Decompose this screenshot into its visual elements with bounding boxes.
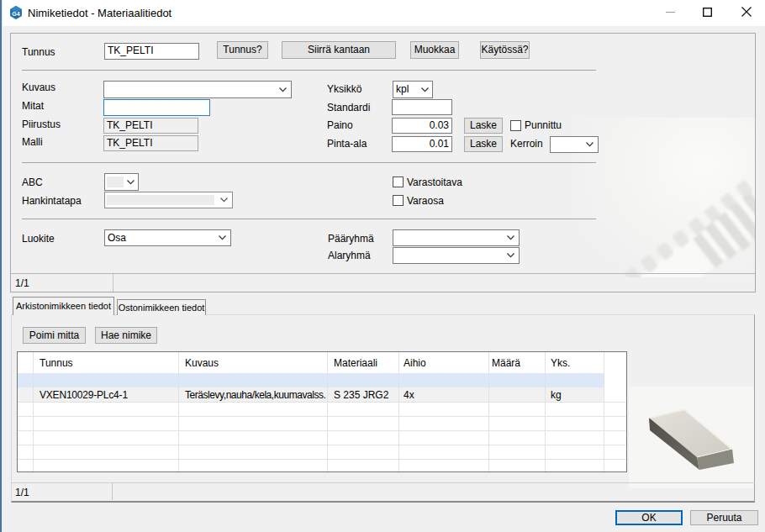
svg-text:G4: G4 <box>12 11 19 17</box>
